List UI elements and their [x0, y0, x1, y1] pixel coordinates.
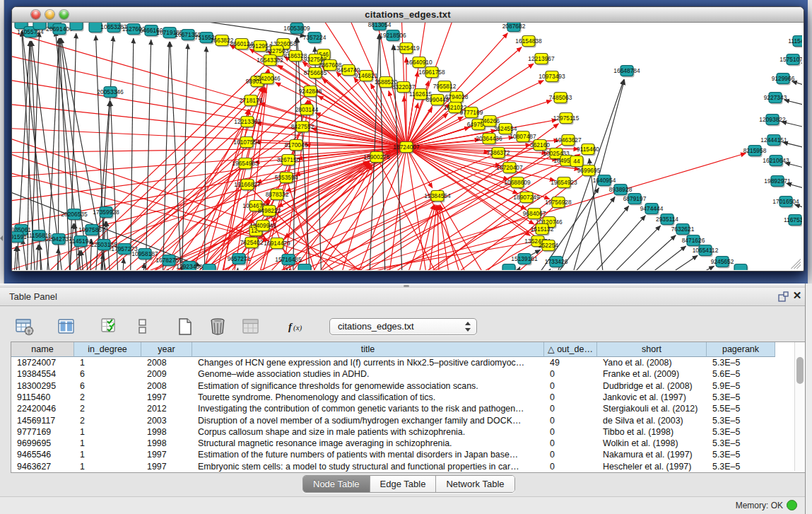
graph-node[interactable]: 12213369	[234, 117, 261, 129]
graph-node[interactable]	[298, 264, 312, 271]
graph-node[interactable]: 7485063	[549, 93, 572, 105]
graph-node[interactable]: 15139161	[511, 254, 538, 266]
table-source-dropdown[interactable]: citations_edges.txt	[329, 318, 477, 335]
table-row[interactable]: 969969511998Structural magnetic resonanc…	[11, 438, 792, 449]
table-row[interactable]: 911546021997Tourette syndrome. Phenomeno…	[11, 392, 792, 403]
graph-node[interactable]: 7625402	[240, 238, 264, 250]
table-row[interactable]: 1938455462009Genome–wide association stu…	[11, 368, 792, 380]
graph-node[interactable]: 3267150	[277, 155, 300, 167]
graph-node[interactable]: 1615132	[531, 224, 554, 236]
import-table-icon[interactable]	[242, 317, 260, 336]
graph-node[interactable]: 12975115	[553, 113, 579, 125]
graph-node[interactable]: 2935114	[656, 214, 678, 226]
table-row[interactable]: 946362711997Embryonic stem cells: a mode…	[11, 461, 792, 472]
close-icon[interactable]: ✕	[792, 290, 803, 301]
graph-node[interactable]: 7357224	[303, 33, 326, 45]
graph-node[interactable]: 17016504	[772, 197, 799, 209]
graph-node[interactable]: 20053346	[97, 87, 124, 99]
graph-node[interactable]: 1115488	[788, 36, 802, 48]
graph-node[interactable]: 16210643	[763, 156, 789, 168]
graph-node[interactable]: 16543382	[257, 55, 283, 67]
graph-node[interactable]: 12213967	[528, 54, 555, 66]
graph-node[interactable]: 16154838	[515, 36, 542, 48]
graph-node[interactable]: 12444151	[760, 135, 787, 147]
delete-trash-icon[interactable]	[208, 317, 227, 336]
graph-node[interactable]: 8878332	[266, 189, 289, 201]
graph-node[interactable]	[70, 23, 84, 32]
graph-node[interactable]: 7632621	[671, 224, 695, 236]
table-row[interactable]: 1456911722003Disruption of a novel membe…	[11, 415, 792, 426]
column-header-title[interactable]: title	[192, 342, 544, 357]
graph-node[interactable]: 15751074	[779, 54, 802, 66]
graph-node[interactable]	[502, 264, 517, 271]
table-row[interactable]: 946554611997Estimation of the future num…	[11, 449, 792, 460]
column-header-out_de[interactable]: △ out_de…	[544, 342, 597, 357]
table-source-value: citations_edges.txt	[338, 321, 414, 332]
graph-node[interactable]: 1733426	[545, 257, 568, 269]
graph-node[interactable]: 8215958	[743, 146, 767, 158]
graph-node[interactable]: 1145194	[69, 236, 92, 248]
table-row[interactable]: 977716911998Corpus callosum shape and si…	[11, 426, 792, 438]
new-column-icon[interactable]	[176, 317, 194, 336]
column-header-short[interactable]: short	[597, 342, 707, 357]
graph-node[interactable]: 2718176	[240, 95, 263, 107]
graph-node[interactable]: 16648784	[613, 66, 640, 78]
network-window-titlebar[interactable]: citations_edges.txt	[12, 7, 804, 23]
graph-node[interactable]: 9474444	[640, 204, 664, 216]
network-canvas[interactable]: 1405572420691406106532871527602646616010…	[12, 23, 802, 270]
graph-node[interactable]	[203, 264, 217, 271]
graph-node[interactable]: 6879197	[623, 194, 647, 206]
graph-node[interactable]: 19384554	[424, 191, 451, 203]
graph-node[interactable]: 12942737	[45, 234, 72, 246]
graph-node[interactable]: 20206535	[61, 209, 88, 221]
graph-node[interactable]	[33, 23, 47, 31]
graph-node[interactable]: 44	[570, 156, 584, 168]
graph-node[interactable]: 10654112	[693, 245, 719, 257]
table-row[interactable]: 2242004622012Investigating the contribut…	[11, 403, 792, 414]
graph-node[interactable]: 9129966	[772, 74, 795, 86]
memory-indicator-icon[interactable]	[787, 500, 797, 510]
row-height-icon[interactable]	[134, 317, 152, 336]
tab-node-table[interactable]: Node Table	[303, 476, 370, 492]
table-row[interactable]: 1830029562008Estimation of significance …	[11, 380, 792, 392]
graph-node[interactable]: 12923468	[176, 262, 203, 271]
graph-node[interactable]: 252254	[539, 240, 558, 252]
graph-node[interactable]: 19463627	[555, 135, 582, 147]
select-all-icon[interactable]	[100, 317, 119, 336]
graph-node[interactable]: 2087682	[502, 23, 526, 33]
graph-node[interactable]: 8170046	[285, 140, 308, 152]
graph-node[interactable]: 9227343	[764, 93, 787, 105]
table-scrollbar[interactable]	[794, 342, 806, 471]
tab-network-table[interactable]: Network Table	[436, 476, 514, 492]
graph-node[interactable]: 391591	[12, 232, 27, 244]
graph-node[interactable]	[734, 264, 748, 271]
graph-node[interactable]: 9699695	[577, 165, 601, 177]
column-header-name[interactable]: name	[11, 342, 74, 357]
column-header-in_degree[interactable]: in_degree	[74, 342, 141, 357]
collapse-arrow-icon[interactable]	[0, 235, 3, 241]
tab-edge-table[interactable]: Edge Table	[370, 476, 437, 492]
graph-node[interactable]: 10975867	[78, 225, 105, 237]
table-row[interactable]: 1872400712008Changes of HCN gene express…	[11, 357, 792, 368]
graph-node[interactable]: 20691406	[46, 24, 73, 36]
graph-node[interactable]: 16961758	[418, 67, 445, 79]
graph-node[interactable]: 19654923	[551, 177, 577, 189]
function-builder-icon[interactable]	[288, 317, 306, 336]
graph-node[interactable]: 16107554	[233, 137, 260, 149]
graph-node[interactable]: 19654983	[232, 158, 259, 170]
table-mode-icon[interactable]	[16, 317, 34, 336]
graph-node[interactable]: 18907249	[513, 192, 540, 204]
show-columns-icon[interactable]	[57, 317, 76, 336]
graph-node[interactable]: 19756928	[545, 197, 572, 209]
table-scrollbar-thumb[interactable]	[796, 357, 804, 384]
column-header-pagerank[interactable]: pagerank	[707, 342, 775, 357]
graph-node[interactable]: 13325419	[393, 43, 420, 55]
window-resize-grip[interactable]	[791, 259, 801, 269]
column-header-year[interactable]: year	[141, 342, 192, 357]
float-window-icon[interactable]	[778, 291, 789, 302]
graph-node[interactable]: 1167533	[784, 215, 802, 227]
graph-node[interactable]: 9245652	[711, 257, 734, 269]
graph-node[interactable]: 19892971	[764, 176, 791, 188]
graph-node[interactable]: 12093822	[759, 115, 786, 127]
cell-title: Genome–wide association studies in ADHD.	[192, 368, 544, 380]
